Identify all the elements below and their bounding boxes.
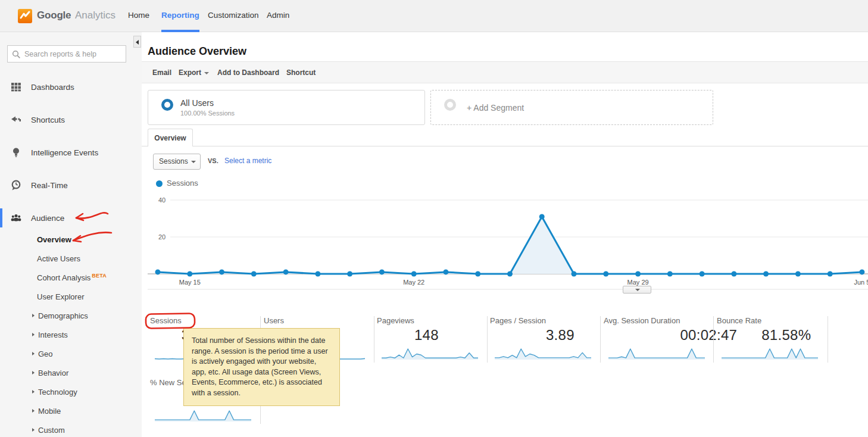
sidebar-subitem-label: Behavior bbox=[38, 369, 68, 377]
pages-per-session-sparkline bbox=[492, 346, 594, 361]
metric-value: 81.58% bbox=[761, 327, 811, 344]
chevron-down-icon bbox=[204, 72, 209, 74]
new-sessions-sparkline bbox=[152, 408, 254, 423]
divider bbox=[487, 316, 488, 363]
divider bbox=[713, 316, 714, 363]
clock-icon bbox=[11, 180, 21, 191]
expander-icon bbox=[32, 314, 35, 317]
lightbulb-icon bbox=[11, 147, 21, 158]
report-toolbar: Email Export Add to Dashboard Shortcut bbox=[142, 62, 868, 83]
sidebar-item-custom[interactable]: Custom bbox=[0, 422, 142, 437]
segment-all-users[interactable]: All Users 100.00% Sessions bbox=[148, 90, 425, 125]
expander-icon bbox=[32, 428, 35, 432]
sidebar-item-cohort-analysis[interactable]: Cohort AnalysisBETA bbox=[0, 270, 142, 285]
metric-label[interactable]: Bounce Rate bbox=[717, 316, 761, 325]
nav-home[interactable]: Home bbox=[128, 0, 149, 32]
metric-label[interactable]: Sessions bbox=[150, 316, 182, 325]
sidebar-item-label: Audience bbox=[31, 214, 64, 223]
beta-badge: BETA bbox=[92, 273, 107, 279]
sidebar-item-technology[interactable]: Technology bbox=[0, 384, 142, 399]
svg-text:40: 40 bbox=[158, 196, 166, 204]
metric-dropdown[interactable]: Sessions bbox=[153, 154, 201, 170]
metric-avg-session-duration[interactable]: Avg. Session Duration 00:02:47 bbox=[604, 315, 710, 326]
metric-bounce-rate[interactable]: Bounce Rate 81.58% bbox=[717, 315, 823, 326]
sidebar-item-label: Intelligence Events bbox=[31, 148, 98, 157]
sidebar-item-audience[interactable]: Audience bbox=[0, 209, 142, 227]
metric-label[interactable]: Users bbox=[264, 316, 284, 325]
expander-icon bbox=[32, 371, 35, 374]
pageviews-sparkline bbox=[379, 346, 480, 361]
sidebar: Dashboards Shortcuts Intelligence Events… bbox=[0, 32, 142, 437]
nav-reporting[interactable]: Reporting bbox=[161, 0, 199, 32]
sidebar-item-mobile[interactable]: Mobile bbox=[0, 403, 142, 419]
google-analytics-logo-icon[interactable] bbox=[18, 9, 32, 23]
sidebar-subitem-label: Technology bbox=[38, 388, 77, 397]
segment-donut-icon bbox=[161, 99, 173, 111]
sidebar-subitem-label: Custom bbox=[38, 426, 65, 435]
metric-pages-per-session[interactable]: Pages / Session 3.89 bbox=[490, 315, 596, 326]
sidebar-item-shortcuts[interactable]: Shortcuts bbox=[0, 111, 142, 129]
select-a-metric-link[interactable]: Select a metric bbox=[224, 157, 271, 165]
metric-users[interactable]: Users bbox=[264, 315, 370, 326]
expander-icon bbox=[32, 409, 35, 413]
expander-icon bbox=[32, 333, 35, 336]
google-analytics-page: Google Analytics Home Reporting Customiz… bbox=[0, 0, 868, 437]
metric-sessions[interactable]: Sessions 38 bbox=[150, 315, 256, 326]
export-button[interactable]: Export bbox=[179, 62, 209, 83]
metric-value: 148 bbox=[414, 327, 439, 344]
nav-admin[interactable]: Admin bbox=[267, 0, 289, 32]
sidebar-subitem-label: Overview bbox=[37, 235, 71, 244]
chevron-down-icon bbox=[191, 161, 196, 163]
sidebar-item-demographics[interactable]: Demographics bbox=[0, 308, 142, 323]
add-to-dashboard-button[interactable]: Add to Dashboard bbox=[217, 62, 279, 83]
sidebar-item-real-time[interactable]: Real-Time bbox=[0, 176, 142, 194]
axis-expander-button[interactable] bbox=[623, 286, 651, 294]
shortcut-arrow-icon bbox=[11, 114, 21, 125]
metric-label[interactable]: Pages / Session bbox=[490, 316, 546, 325]
sidebar-subitem-label: Mobile bbox=[38, 407, 61, 416]
expander-icon bbox=[32, 352, 35, 355]
metric-label[interactable]: Avg. Session Duration bbox=[604, 316, 680, 325]
sidebar-subitem-label: Interests bbox=[38, 330, 68, 339]
avg-session-duration-sparkline bbox=[606, 346, 707, 361]
metric-label[interactable]: Pageviews bbox=[377, 316, 414, 325]
tab-overview[interactable]: Overview bbox=[148, 129, 193, 146]
divider bbox=[828, 316, 828, 363]
metric-value: 3.89 bbox=[546, 327, 574, 344]
collapse-sidebar-button[interactable] bbox=[133, 36, 141, 48]
sidebar-subitem-label: Active Users bbox=[37, 254, 80, 263]
sidebar-item-dashboards[interactable]: Dashboards bbox=[0, 78, 142, 96]
add-segment-button[interactable]: + Add Segment bbox=[430, 90, 713, 125]
sidebar-item-active-users[interactable]: Active Users bbox=[0, 251, 142, 266]
sidebar-item-label: Real-Time bbox=[31, 181, 68, 190]
search-icon bbox=[12, 50, 21, 59]
sessions-tooltip: Total number of Sessions within the date… bbox=[183, 328, 340, 406]
vs-label: VS. bbox=[208, 157, 218, 164]
divider bbox=[374, 316, 374, 363]
search-input[interactable] bbox=[24, 46, 123, 61]
segment-subtitle: 100.00% Sessions bbox=[180, 110, 235, 117]
page-title: Audience Overview bbox=[148, 45, 246, 58]
chevron-down-icon bbox=[635, 289, 640, 291]
sidebar-item-intelligence-events[interactable]: Intelligence Events bbox=[0, 143, 142, 161]
sidebar-subitem-label: Demographics bbox=[38, 311, 88, 320]
divider bbox=[600, 316, 601, 363]
legend-label: Sessions bbox=[167, 179, 198, 188]
sessions-line-chart[interactable]: 2040May 15May 22May 29Jun 5 bbox=[142, 195, 868, 293]
sidebar-item-interests[interactable]: Interests bbox=[0, 327, 142, 342]
shortcut-button[interactable]: Shortcut bbox=[286, 62, 316, 83]
svg-text:May 29: May 29 bbox=[627, 279, 649, 286]
metric-pageviews[interactable]: Pageviews 148 bbox=[377, 315, 483, 326]
bounce-rate-sparkline bbox=[719, 346, 820, 361]
sidebar-item-user-explorer[interactable]: User Explorer bbox=[0, 289, 142, 304]
svg-text:May 22: May 22 bbox=[403, 279, 424, 286]
brand-google: Google bbox=[37, 10, 71, 21]
sidebar-item-behavior[interactable]: Behavior bbox=[0, 365, 142, 380]
sidebar-item-geo[interactable]: Geo bbox=[0, 346, 142, 361]
sidebar-item-label: Dashboards bbox=[31, 83, 74, 92]
search-box bbox=[7, 45, 126, 63]
sidebar-item-overview[interactable]: Overview bbox=[0, 232, 142, 247]
sidebar-subitem-label: User Explorer bbox=[37, 292, 84, 301]
email-button[interactable]: Email bbox=[152, 62, 171, 83]
nav-customization[interactable]: Customization bbox=[208, 0, 259, 32]
